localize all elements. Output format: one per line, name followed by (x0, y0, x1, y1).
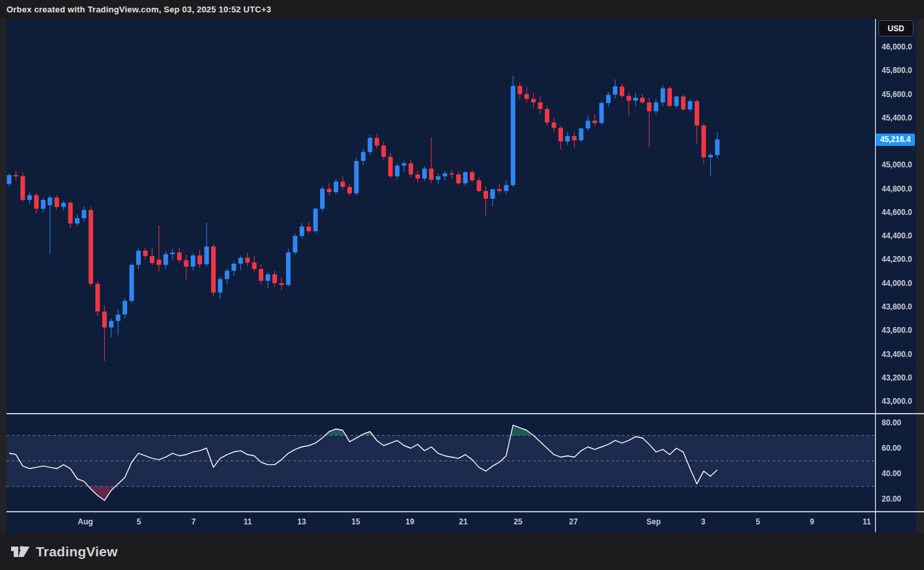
candle-down (572, 136, 577, 140)
time-axis-label[interactable]: 21 (459, 517, 468, 526)
candle-up (606, 94, 611, 103)
candle-down (517, 86, 522, 94)
candle-up (164, 254, 168, 264)
price-axis-label: 45,800.0 (882, 66, 912, 75)
candle-down (143, 251, 148, 256)
candle-down (545, 109, 549, 122)
candle-down (177, 253, 182, 261)
candle-down (327, 189, 332, 192)
candle-down (272, 274, 277, 283)
candle-up (48, 197, 52, 205)
candle-up (708, 155, 713, 158)
tradingview-logo-text: TradingView (36, 544, 118, 560)
candle-down (409, 164, 413, 175)
candle-up (436, 177, 440, 180)
candle-down (341, 182, 345, 187)
candle-up (579, 128, 583, 140)
time-axis-label[interactable]: 11 (244, 517, 252, 526)
candle-up (334, 182, 338, 192)
candle-up (231, 264, 236, 271)
candle-up (586, 121, 590, 128)
candle-down (592, 121, 597, 123)
candle-down (647, 102, 652, 111)
indicator-axis-label: 60.00 (882, 444, 901, 453)
time-axis-label[interactable]: 13 (297, 517, 306, 526)
candle-up (442, 173, 447, 177)
price-axis-label: 44,800.0 (882, 184, 912, 193)
price-axis-label: 45,000.0 (882, 160, 912, 169)
candle-down (211, 246, 216, 292)
time-axis-label[interactable]: 5 (137, 517, 141, 526)
price-axis-label: 43,200.0 (882, 373, 912, 382)
candle-down (184, 260, 188, 266)
candle-down (626, 96, 631, 100)
candle-up (191, 255, 195, 266)
price-axis-label: 45,400.0 (882, 113, 912, 122)
time-axis-label[interactable]: 27 (569, 517, 578, 526)
time-axis-label[interactable]: 3 (701, 517, 706, 526)
candle-down (375, 138, 379, 146)
footer-bar: TradingView (0, 533, 924, 570)
candle-down (558, 128, 563, 141)
time-axis-label[interactable]: 7 (192, 517, 196, 526)
price-axis-label: 44,000.0 (882, 279, 912, 288)
tradingview-logo[interactable]: TradingView (10, 543, 118, 561)
price-axis-label: 44,200.0 (882, 255, 912, 264)
candle-up (27, 195, 32, 200)
candle-up (225, 271, 229, 279)
candle-up (218, 279, 222, 292)
candle-down (197, 255, 202, 264)
indicator-axis-label: 40.00 (882, 469, 901, 478)
candle-up (402, 164, 407, 166)
candle-down (531, 99, 536, 102)
candle-up (361, 152, 366, 161)
candle-down (681, 96, 686, 109)
candle-down (695, 101, 699, 125)
last-price-label: 45,216.4 (876, 134, 915, 146)
candle-up (130, 265, 134, 301)
candle-down (20, 177, 25, 200)
candle-up (633, 98, 638, 101)
candle-up (368, 138, 372, 152)
time-axis-label[interactable]: Sep (646, 517, 661, 526)
time-axis-label[interactable]: Aug (78, 517, 93, 526)
candle-down (429, 169, 433, 180)
candle-down (416, 175, 420, 178)
candle-down (497, 190, 502, 192)
candle-up (320, 189, 325, 209)
candle-down (667, 88, 672, 106)
price-axis-label: 44,400.0 (882, 231, 912, 240)
candle-up (504, 185, 508, 191)
time-axis-label[interactable]: 25 (513, 517, 523, 526)
currency-toggle-button[interactable]: USD (878, 20, 914, 36)
price-axis-label: 43,600.0 (882, 326, 912, 335)
candle-down (477, 180, 482, 191)
indicator-axis-label: 20.00 (882, 494, 901, 504)
candle-up (313, 208, 318, 231)
candle-up (238, 258, 243, 264)
candle-down (259, 269, 263, 281)
candle-down (245, 258, 250, 263)
candle-down (68, 203, 73, 223)
chart-plot-svg[interactable]: 46,000.045,800.045,600.045,400.045,000.0… (0, 0, 924, 570)
candle-up (654, 102, 658, 111)
candle-down (306, 227, 311, 231)
time-axis-label[interactable]: 15 (351, 517, 360, 526)
candle-up (116, 315, 121, 321)
candle-down (280, 283, 284, 285)
candle-up (300, 227, 304, 236)
candle-down (381, 145, 386, 156)
candle-down (252, 263, 257, 269)
candle-down (470, 172, 474, 180)
candle-down (701, 126, 706, 158)
candle-down (388, 157, 393, 177)
time-axis-label[interactable]: 5 (756, 517, 760, 526)
candle-down (55, 197, 59, 207)
candle-down (525, 94, 529, 99)
time-axis-label[interactable]: 9 (810, 517, 815, 526)
price-axis-label: 45,600.0 (882, 90, 912, 99)
candle-down (156, 259, 161, 264)
time-axis-label[interactable]: 11 (863, 517, 871, 526)
price-axis-label: 46,000.0 (882, 42, 912, 51)
time-axis-label[interactable]: 19 (405, 517, 414, 526)
